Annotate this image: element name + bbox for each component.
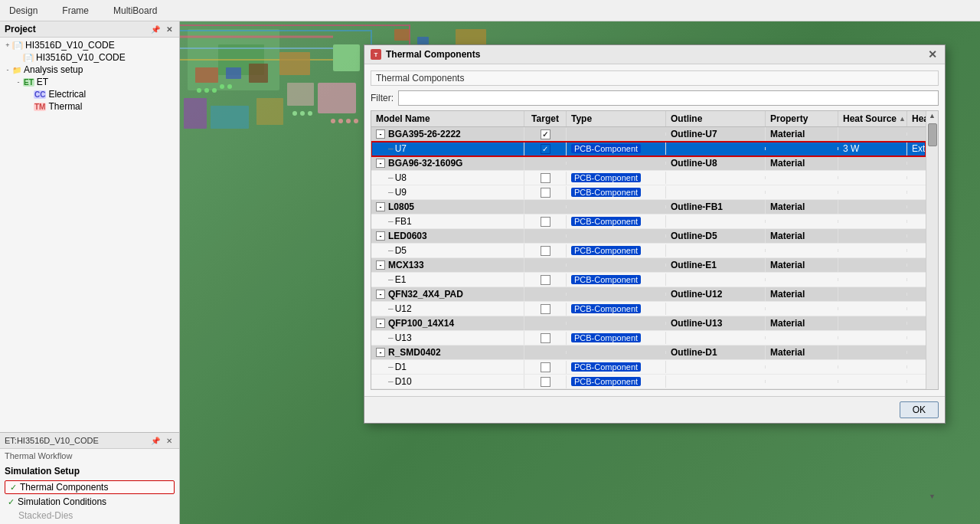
table-row-u9[interactable]: –U9PCB-Component [371,185,926,200]
checkbox-d10[interactable] [541,377,550,387]
pcb-badge-d1: PCB-Component [571,362,641,372]
table-row-qfn32[interactable]: -QFN32_4X4_PADOutline-U12Material [371,287,926,302]
cell-property-u9 [766,191,838,194]
cell-target-mcx133[interactable] [524,264,567,267]
pcb-badge-e1: PCB-Component [571,275,641,284]
checkbox-u8[interactable] [541,173,550,183]
table-row-u8[interactable]: –U8PCB-Component [371,171,926,185]
scroll-up-button[interactable]: ▲ [928,111,937,120]
checkbox-u9[interactable] [541,188,550,198]
cell-heatsource-u12 [838,307,907,310]
tree-item-hi3516d_v10_code-1[interactable]: 📄HI3516D_V10_CODE [0,51,179,64]
filter-input[interactable] [398,90,939,106]
table-body: -BGA395-26-2222✓Outline-U7Material–U7✓PC… [371,127,926,389]
table-row-l0805[interactable]: -L0805Outline-FB1Material [371,200,926,215]
workflow-item-label: Simulation Conditions [18,496,106,507]
close-panel-bottom-icon[interactable]: ✕ [164,435,175,446]
child-dash: – [388,376,394,387]
cell-target-led0603[interactable] [524,234,567,237]
table-row-u12[interactable]: –U12PCB-Component [371,302,926,316]
table-row-u7[interactable]: –U7✓PCB-Component3 WExtruded [371,142,926,156]
cell-target-d10[interactable] [524,375,567,388]
cell-model-bga395: -BGA395-26-2222 [371,127,524,141]
checkbox-u13[interactable] [541,333,550,343]
th-heatsource[interactable]: Heat Source ▲ [838,111,907,126]
tree-item-analysis-setup-2[interactable]: -📁Analysis setup [0,64,179,76]
tree-item-et-3[interactable]: -ETET [0,76,179,88]
cell-target-u7[interactable]: ✓ [524,142,567,156]
table-row-qfp100[interactable]: -QFP100_14X14Outline-U13Material [371,316,926,331]
workflow-item-simulation-conditions[interactable]: ✓Simulation Conditions [0,495,179,509]
expand-icon-rsmd[interactable]: - [376,348,385,357]
pin-icon[interactable]: 📌 [150,24,161,34]
expand-icon-qfn32[interactable]: - [376,290,385,299]
cell-model-u9: –U9 [371,185,524,199]
cell-outline-u7 [666,147,766,150]
workflow-item-stacked-dies[interactable]: Stacked-Dies [0,509,179,522]
cell-target-rsmd[interactable] [524,351,567,354]
dialog-close-button[interactable]: ✕ [926,48,939,61]
table-row-d1[interactable]: –D1PCB-Component [371,360,926,375]
cell-target-u9[interactable] [524,186,567,199]
tree-item-thermal-5[interactable]: TMThermal [0,100,179,113]
model-label-rsmd: R_SMD0402 [388,347,441,358]
cell-target-u13[interactable] [524,332,567,345]
cell-target-e1[interactable] [524,273,567,287]
expand-icon-bga96[interactable]: - [376,159,385,168]
table-row-bga96[interactable]: -BGA96-32-1609GOutline-U8Material [371,156,926,171]
expand-icon-mcx133[interactable]: - [376,260,385,270]
checkbox-d1[interactable] [541,362,550,372]
table-row-d10[interactable]: –D10PCB-Component [371,375,926,389]
cell-heatsink-u9 [907,191,926,194]
expand-icon-led0603[interactable]: - [376,231,385,241]
pin-icon-bottom[interactable]: 📌 [150,435,161,446]
ok-button[interactable]: OK [900,401,939,418]
menu-design[interactable]: Design [6,4,41,18]
workflow-item-thermal-components[interactable]: ✓Thermal Components [5,480,175,494]
cell-target-u8[interactable] [524,172,567,185]
table-row-bga395[interactable]: -BGA395-26-2222✓Outline-U7Material [371,127,926,142]
expand-icon-l0805[interactable]: - [376,202,385,211]
table-row-e1[interactable]: –E1PCB-Component [371,273,926,287]
checkbox-u12[interactable] [541,304,550,314]
cell-target-l0805[interactable] [524,205,567,208]
table-row-led0603[interactable]: -LED0603Outline-D5Material [371,229,926,244]
heatsource-value-u7: 3 W [843,143,859,154]
cell-target-qfp100[interactable] [524,322,567,325]
table-row-rsmd[interactable]: -R_SMD0402Outline-D1Material [371,346,926,360]
cell-target-bga96[interactable] [524,162,567,165]
menu-frame[interactable]: Frame [59,4,92,18]
table-header: Model Name Target Type Outline [371,111,926,127]
cell-heatsink-l0805 [907,205,926,208]
checkbox-fb1[interactable] [541,217,550,227]
tree-item-electrical-4[interactable]: CCElectrical [0,88,179,100]
table-row-d5[interactable]: –D5PCB-Component [371,244,926,258]
cell-heatsource-qfp100 [838,322,907,325]
scroll-down-button[interactable]: ▼ [928,492,937,501]
checkbox-bga395[interactable]: ✓ [541,129,550,139]
checkbox-e1[interactable] [541,275,550,285]
table-row-mcx133[interactable]: -MCX133Outline-E1Material [371,258,926,273]
checkbox-d5[interactable] [541,246,550,256]
tree-item-hi3516d_v10_code-0[interactable]: +📄HI3516D_V10_CODE [0,39,179,51]
close-panel-icon[interactable]: ✕ [164,24,175,34]
cell-target-bga395[interactable]: ✓ [524,128,567,141]
cell-type-d10: PCB-Component [567,375,666,388]
cell-model-d5: –D5 [371,244,524,257]
cell-target-d5[interactable] [524,244,567,257]
cell-target-fb1[interactable] [524,215,567,228]
expand-icon-qfp100[interactable]: - [376,319,385,328]
table-row-fb1[interactable]: –FB1PCB-Component [371,215,926,229]
expand-icon-bga395[interactable]: - [376,129,385,139]
scrollbar-thumb[interactable] [928,123,937,146]
menu-multiboard[interactable]: MultiBoard [110,4,160,18]
cell-target-qfn32[interactable] [524,293,567,296]
dialog-section-label: Thermal Components [371,70,939,86]
cell-target-u12[interactable] [524,303,567,316]
cell-outline-fb1 [666,220,766,223]
table-row-u13[interactable]: –U13PCB-Component [371,331,926,346]
cell-target-d1[interactable] [524,361,567,374]
checkbox-u7[interactable]: ✓ [541,144,550,154]
table-scrollbar[interactable]: ▲ ▼ [926,111,938,389]
th-model: Model Name [371,111,524,126]
